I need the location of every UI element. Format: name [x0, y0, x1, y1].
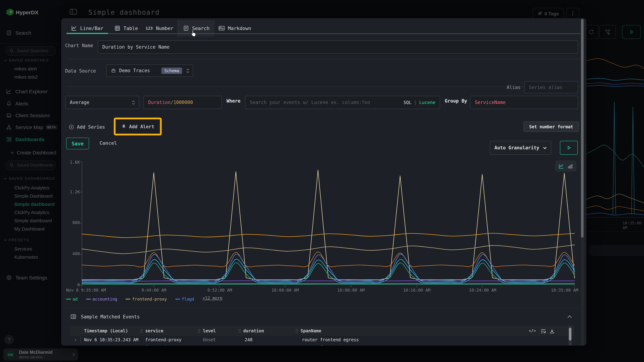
data-source-label: Data Source: [65, 68, 96, 74]
table-scrollbar[interactable]: [568, 326, 572, 346]
section-divider: [66, 59, 581, 59]
lucene-toggle[interactable]: Lucene: [419, 100, 436, 105]
legend-item[interactable]: ad: [66, 297, 78, 302]
row-expander[interactable]: ›: [74, 337, 77, 342]
select-chevrons-icon: [186, 68, 190, 73]
download-icon[interactable]: [550, 329, 554, 334]
x-tick: 10:00:00 AM: [269, 288, 301, 293]
legend-swatch: [86, 299, 91, 300]
chart-name-label: Chart Name: [65, 43, 93, 48]
x-tick: 10:24:00 AM: [466, 288, 499, 293]
tab-label: Table: [124, 25, 138, 31]
add-series-button[interactable]: Add Series: [69, 122, 105, 132]
col-service[interactable]: service: [145, 328, 163, 333]
tab-label: Markdown: [228, 25, 251, 31]
cell-level: Unset: [203, 337, 216, 342]
tab-markdown[interactable]: Markdown: [218, 20, 251, 36]
bell-icon: [121, 124, 126, 129]
chart-name-input[interactable]: Duration by Service Name: [98, 40, 578, 54]
chart-legend: ad accounting frontend-proxy flagd +12 m…: [66, 294, 227, 302]
cell-divider: [80, 337, 81, 344]
tab-label: Line/Bar: [80, 25, 104, 31]
drag-handle-icon[interactable]: [140, 329, 143, 333]
cell-spanname: router frontend egress: [302, 337, 359, 342]
legend-item[interactable]: frontend-proxy: [126, 297, 167, 302]
section-divider: [66, 86, 581, 87]
x-tick: Nov 6 9:35:00 AM: [66, 288, 106, 293]
x-tick: 10:35:00 AM: [542, 288, 578, 293]
alias-label: Alias: [506, 85, 520, 90]
journal-text-icon: [183, 25, 189, 31]
x-tick: 10:08:00 AM: [335, 288, 367, 293]
drag-handle-icon[interactable]: [238, 329, 241, 333]
table-row[interactable]: › Nov 6 10:35:23.243 AM frontend-proxy U…: [70, 336, 574, 345]
where-label: Where: [226, 98, 240, 104]
cell-timestamp: Nov 6 10:35:23.243 AM: [84, 337, 138, 342]
where-placeholder: Search your events w/ Lucene ex. column:…: [250, 100, 370, 105]
col-timestamp[interactable]: Timestamp (Local): [84, 328, 128, 333]
legend-swatch: [66, 299, 71, 300]
duration-chart[interactable]: [79, 161, 576, 288]
toggle-separator: |: [414, 100, 417, 105]
tab-number[interactable]: 123 Number: [146, 20, 173, 36]
y-tick: 0: [66, 282, 80, 287]
modal-scrollbar-thumb[interactable]: [581, 19, 584, 238]
tab-table[interactable]: Table: [114, 20, 138, 36]
collapse-chevron-up-icon[interactable]: [567, 315, 572, 318]
granularity-select[interactable]: Auto Granularity: [490, 141, 551, 155]
expression-operator: /: [170, 100, 173, 105]
drag-handle-icon[interactable]: [296, 329, 298, 333]
chevron-down-icon: [543, 146, 547, 149]
cancel-button[interactable]: Cancel: [100, 140, 117, 146]
group-by-input[interactable]: ServiceName: [470, 96, 578, 109]
group-by-value: ServiceName: [475, 100, 506, 105]
col-spanname[interactable]: SpanName: [300, 328, 321, 333]
x-tick: 9:44:00 AM: [138, 288, 170, 293]
legend-more-link[interactable]: +12 more: [202, 296, 222, 301]
legend-item[interactable]: flagd: [175, 297, 194, 302]
events-table-header: Timestamp (Local) service level duration…: [70, 326, 574, 336]
save-button[interactable]: Save: [66, 138, 89, 149]
circle-plus-icon: [69, 124, 74, 130]
table-row-clipped[interactable]: › Nov 6 10:35:23.243 AM frontend-proxy U…: [70, 345, 574, 346]
markdown-icon: [218, 26, 225, 31]
expression-input[interactable]: Duration/1000000: [144, 96, 222, 109]
drag-handle-icon[interactable]: [198, 329, 200, 333]
legend-swatch: [175, 299, 180, 300]
x-tick: 10:16:00 AM: [401, 288, 433, 293]
cell-service: frontend-proxy: [145, 337, 182, 342]
schema-badge: Schema: [162, 67, 182, 74]
run-chart-button[interactable]: [560, 141, 578, 155]
wrap-lines-icon[interactable]: [540, 329, 546, 334]
add-alert-button[interactable]: Add Alert: [116, 119, 160, 134]
line-chart-icon: [71, 25, 77, 31]
database-icon: [111, 68, 116, 73]
legend-item[interactable]: accounting: [86, 297, 117, 302]
events-title: Sample Matched Events: [81, 314, 140, 320]
tab-label: Number: [156, 25, 174, 31]
modal-scrollbar[interactable]: [581, 18, 584, 346]
edit-chart-modal: Line/Bar Table 123 Number Search Markdow…: [61, 18, 586, 346]
data-source-select[interactable]: Demo Traces Schema: [106, 64, 193, 77]
play-icon: [566, 146, 571, 150]
code-view-icon[interactable]: </>: [529, 328, 536, 333]
legend-swatch: [126, 299, 130, 300]
table-icon: [114, 25, 120, 31]
where-search-input[interactable]: Search your events w/ Lucene ex. column:…: [245, 96, 440, 109]
add-alert-highlight-box: Add Alert: [114, 118, 162, 135]
list-icon: [70, 314, 76, 320]
tab-underline-track: [66, 33, 581, 34]
y-tick: 1.2K: [66, 189, 80, 194]
col-duration[interactable]: duration: [243, 328, 264, 333]
app-root: ⚡ HyperDX Search Saved Searches SAVED SE…: [0, 0, 644, 362]
sql-toggle[interactable]: SQL: [404, 100, 412, 105]
col-level[interactable]: level: [203, 328, 216, 333]
aggregation-select[interactable]: Average: [65, 96, 139, 109]
series-alias-input[interactable]: Series alias: [524, 81, 578, 93]
set-number-format-button[interactable]: Set number format: [524, 122, 579, 132]
x-tick: 9:52:00 AM: [204, 288, 236, 293]
cell-duration: 248: [245, 337, 252, 342]
y-tick: 400: [66, 251, 80, 256]
table-scrollbar-thumb[interactable]: [569, 328, 571, 341]
tab-line-bar[interactable]: Line/Bar: [71, 20, 104, 36]
